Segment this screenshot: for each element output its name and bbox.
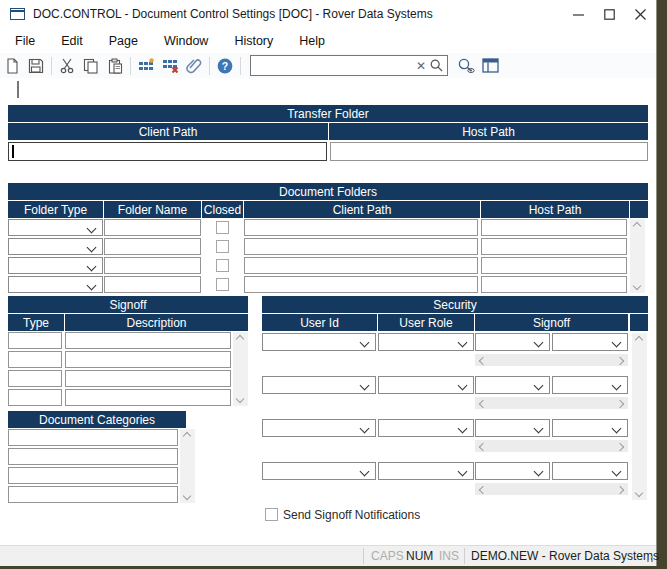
minimize-button[interactable] [563, 0, 594, 28]
scroll-up-icon [183, 432, 191, 440]
chevron-down-icon [458, 424, 468, 434]
security-vertical-scrollbar[interactable] [632, 333, 647, 500]
copy-button[interactable] [79, 55, 103, 77]
categories-vertical-scrollbar[interactable] [180, 429, 195, 503]
layout-icon [482, 58, 499, 73]
df-host-path-input[interactable] [481, 238, 627, 255]
folder-name-input[interactable] [104, 276, 201, 293]
attach-button[interactable] [182, 55, 206, 77]
user-role-select[interactable] [378, 376, 474, 394]
security-signoff-select[interactable] [475, 376, 550, 394]
user-id-select[interactable] [262, 419, 376, 437]
security-signoff-select[interactable] [475, 419, 550, 437]
security-horizontal-scrollbar[interactable] [475, 354, 628, 366]
folder-type-select[interactable] [8, 238, 103, 255]
signoff-description-input[interactable] [65, 389, 231, 406]
signoff-type-input[interactable] [8, 389, 62, 406]
df-client-path-input[interactable] [244, 257, 478, 274]
signoff-vertical-scrollbar[interactable] [233, 332, 248, 406]
folder-type-select[interactable] [8, 276, 103, 293]
closed-checkbox[interactable] [216, 278, 229, 291]
signoff-description-input[interactable] [65, 351, 231, 368]
folder-name-input[interactable] [104, 219, 201, 236]
new-document-button[interactable] [0, 55, 24, 77]
close-button[interactable] [625, 0, 656, 28]
user-role-select[interactable] [378, 333, 474, 351]
menu-help[interactable]: Help [286, 34, 338, 48]
closed-checkbox[interactable] [216, 240, 229, 253]
layout-button[interactable] [478, 55, 502, 77]
df-host-path-input[interactable] [481, 219, 627, 236]
document-category-input[interactable] [8, 486, 178, 503]
toolbar-separator [209, 57, 210, 75]
df-host-path-input[interactable] [481, 257, 627, 274]
user-role-select[interactable] [378, 419, 474, 437]
security-signoff-select[interactable] [475, 333, 550, 351]
document-category-input[interactable] [8, 467, 178, 484]
folder-name-header: Folder Name [104, 201, 201, 218]
transfer-host-path-input[interactable] [330, 142, 648, 161]
statusbar-separator [464, 548, 465, 564]
signoff-description-input[interactable] [65, 332, 231, 349]
signoff-type-input[interactable] [8, 332, 62, 349]
folder-type-select[interactable] [8, 219, 103, 236]
security-signoff-select[interactable] [475, 462, 550, 480]
security-horizontal-scrollbar[interactable] [475, 440, 628, 452]
user-id-select[interactable] [262, 462, 376, 480]
security-signoff-select[interactable] [552, 419, 628, 437]
insert-row-button[interactable] [134, 55, 158, 77]
folder-name-input[interactable] [104, 238, 201, 255]
window-title: DOC.CONTROL - Document Control Settings … [33, 7, 433, 21]
user-id-select[interactable] [262, 333, 376, 351]
menu-file[interactable]: File [2, 34, 48, 48]
lookup-icon [457, 58, 475, 74]
df-client-path-input[interactable] [244, 238, 478, 255]
close-icon [635, 9, 646, 20]
security-signoff-select[interactable] [552, 333, 628, 351]
menu-page[interactable]: Page [96, 34, 151, 48]
user-id-select[interactable] [262, 376, 376, 394]
search-input[interactable] [251, 57, 412, 74]
document-category-input[interactable] [8, 448, 178, 465]
help-button[interactable]: ? [213, 55, 237, 77]
closed-checkbox[interactable] [216, 259, 229, 272]
new-document-icon [5, 58, 20, 74]
desktop-background: DOC.CONTROL - Document Control Settings … [0, 0, 667, 569]
menu-window[interactable]: Window [151, 34, 221, 48]
folder-type-header: Folder Type [8, 201, 103, 218]
document-category-input[interactable] [8, 429, 178, 446]
search-icon[interactable] [430, 59, 443, 72]
paste-button[interactable] [103, 55, 127, 77]
clear-search-icon[interactable]: ✕ [412, 59, 430, 73]
menu-history[interactable]: History [221, 34, 286, 48]
toolbar-separator [240, 57, 241, 75]
chevron-down-icon [534, 424, 544, 434]
security-signoff-select[interactable] [552, 462, 628, 480]
maximize-button[interactable] [594, 0, 625, 28]
send-signoff-checkbox[interactable] [265, 508, 278, 521]
closed-checkbox[interactable] [216, 221, 229, 234]
menu-edit[interactable]: Edit [48, 34, 96, 48]
resize-grip[interactable] [643, 552, 653, 562]
delete-row-button[interactable] [158, 55, 182, 77]
save-button[interactable] [24, 55, 48, 77]
chevron-down-icon [612, 424, 622, 434]
df-client-path-input[interactable] [244, 276, 478, 293]
security-signoff-select[interactable] [552, 376, 628, 394]
security-header: Security [262, 296, 648, 313]
folder-type-select[interactable] [8, 257, 103, 274]
transfer-client-path-input[interactable] [8, 142, 327, 161]
lookup-button[interactable] [454, 55, 478, 77]
df-vertical-scrollbar[interactable] [630, 219, 645, 293]
chevron-down-icon [458, 338, 468, 348]
cut-button[interactable] [55, 55, 79, 77]
signoff-type-input[interactable] [8, 370, 62, 387]
security-horizontal-scrollbar[interactable] [475, 483, 628, 495]
signoff-description-input[interactable] [65, 370, 231, 387]
folder-name-input[interactable] [104, 257, 201, 274]
signoff-type-input[interactable] [8, 351, 62, 368]
security-horizontal-scrollbar[interactable] [475, 397, 628, 409]
user-role-select[interactable] [378, 462, 474, 480]
df-client-path-input[interactable] [244, 219, 478, 236]
df-host-path-input[interactable] [481, 276, 627, 293]
